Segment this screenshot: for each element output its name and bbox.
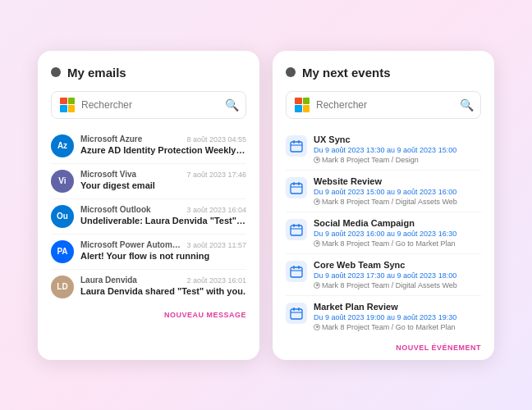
event-content: UX Sync Du 9 août 2023 13:30 au 9 août 2… xyxy=(314,134,481,164)
email-subject: Alert! Your flow is not running xyxy=(80,251,246,261)
email-subject: Azure AD Identity Protection Weekly Dige… xyxy=(80,145,246,155)
email-item[interactable]: Vi Microsoft Viva 7 août 2023 17:46 Your… xyxy=(51,164,246,199)
event-item[interactable]: Core Web Team Sync Du 9 août 2023 17:30 … xyxy=(286,254,481,296)
event-content: Market Plan Review Du 9 août 2023 19:00 … xyxy=(314,302,481,331)
panels-container: My emails 🔍 Az Microsoft Azure 8 août 20… xyxy=(21,34,511,376)
email-date: 8 août 2023 04:55 xyxy=(186,135,246,144)
event-location: Mark 8 Project Team / Digital Assets Web xyxy=(314,198,481,206)
svg-rect-4 xyxy=(291,184,302,194)
event-item[interactable]: Social Media Campaign Du 9 août 2023 16:… xyxy=(286,212,481,254)
event-title: Core Web Team Sync xyxy=(314,260,481,270)
calendar-icon xyxy=(286,177,307,198)
svg-rect-16 xyxy=(291,309,302,319)
email-item[interactable]: LD Laura Denvida 2 août 2023 16:01 Laura… xyxy=(51,270,246,304)
events-panel-dot xyxy=(286,67,296,77)
outlook-icon xyxy=(58,96,76,114)
location-icon xyxy=(314,324,320,330)
email-date: 3 août 2023 11:57 xyxy=(186,241,246,249)
calendar-icon xyxy=(286,261,307,282)
email-sender: Laura Denvida xyxy=(80,276,137,285)
event-time: Du 9 août 2023 19:00 au 9 août 2023 19:3… xyxy=(314,313,481,321)
events-list: UX Sync Du 9 août 2023 13:30 au 9 août 2… xyxy=(286,129,481,337)
emails-search-input[interactable] xyxy=(81,99,220,111)
email-content: Microsoft Outlook 3 août 2023 16:04 Unde… xyxy=(80,205,246,226)
location-icon xyxy=(314,157,320,163)
event-location: Mark 8 Project Team / Go to Market Plan xyxy=(314,323,481,331)
avatar: Vi xyxy=(51,170,74,193)
search-icon: 🔍 xyxy=(460,98,474,112)
email-content: Microsoft Viva 7 août 2023 17:46 Your di… xyxy=(80,170,246,190)
events-search-bar[interactable]: 🔍 xyxy=(286,91,481,119)
svg-rect-12 xyxy=(291,267,302,277)
avatar: LD xyxy=(51,276,74,298)
event-location: Mark 8 Project Team / Design xyxy=(314,156,481,164)
email-item[interactable]: PA Microsoft Power Automate 3 août 2023 … xyxy=(51,235,246,270)
email-content: Laura Denvida 2 août 2023 16:01 Laura De… xyxy=(80,276,246,296)
email-item[interactable]: Ou Microsoft Outlook 3 août 2023 16:04 U… xyxy=(51,199,246,235)
event-item[interactable]: Market Plan Review Du 9 août 2023 19:00 … xyxy=(286,296,481,337)
email-sender: Microsoft Power Automate xyxy=(80,240,183,249)
emails-panel-header: My emails xyxy=(51,66,246,80)
events-search-input[interactable] xyxy=(316,99,455,111)
new-event-button[interactable]: NOUVEL ÉVÉNEMENT xyxy=(286,344,481,352)
event-item[interactable]: UX Sync Du 9 août 2023 13:30 au 9 août 2… xyxy=(286,129,481,171)
avatar: Az xyxy=(51,134,74,157)
outlook-calendar-icon xyxy=(293,96,311,114)
events-panel: My next events 🔍 xyxy=(273,51,494,360)
location-icon xyxy=(314,198,320,205)
email-subject: Laura Denvida shared "Test" with you. xyxy=(80,286,246,296)
emails-search-bar[interactable]: 🔍 xyxy=(51,91,246,119)
event-time: Du 9 août 2023 17:30 au 9 août 2023 18:0… xyxy=(314,271,481,280)
email-sender: Microsoft Outlook xyxy=(80,205,151,214)
new-message-button[interactable]: NOUVEAU MESSAGE xyxy=(51,311,246,319)
svg-rect-8 xyxy=(291,226,302,235)
event-content: Core Web Team Sync Du 9 août 2023 17:30 … xyxy=(314,260,481,289)
event-time: Du 9 août 2023 13:30 au 9 août 2023 15:0… xyxy=(314,146,481,154)
location-icon xyxy=(314,282,320,289)
search-icon: 🔍 xyxy=(225,98,239,112)
avatar: PA xyxy=(51,240,74,263)
events-panel-header: My next events xyxy=(286,66,481,80)
emails-panel-title: My emails xyxy=(67,66,126,80)
calendar-icon xyxy=(286,219,307,240)
calendar-icon xyxy=(286,303,307,324)
event-time: Du 9 août 2023 16:00 au 9 août 2023 16:3… xyxy=(314,230,481,238)
event-location: Mark 8 Project Team / Digital Assets Web xyxy=(314,281,481,289)
event-location: Mark 8 Project Team / Go to Market Plan xyxy=(314,239,481,248)
event-title: Social Media Campaign xyxy=(314,218,481,228)
email-sender: Microsoft Azure xyxy=(80,134,142,144)
emails-list: Az Microsoft Azure 8 août 2023 04:55 Azu… xyxy=(51,129,246,304)
email-date: 2 août 2023 16:01 xyxy=(186,276,246,285)
email-date: 3 août 2023 16:04 xyxy=(186,206,246,214)
location-icon xyxy=(314,240,320,247)
email-sender: Microsoft Viva xyxy=(80,170,136,179)
event-title: Website Review xyxy=(314,176,481,186)
calendar-icon xyxy=(286,135,307,157)
email-subject: Undeliverable: Laura Denvida "Test" w... xyxy=(80,216,246,226)
avatar: Ou xyxy=(51,205,74,228)
emails-panel: My emails 🔍 Az Microsoft Azure 8 août 20… xyxy=(38,51,259,360)
event-title: Market Plan Review xyxy=(314,302,481,312)
event-content: Website Review Du 9 août 2023 15:00 au 9… xyxy=(314,176,481,206)
svg-rect-0 xyxy=(291,142,302,152)
event-time: Du 9 août 2023 15:00 au 9 août 2023 16:0… xyxy=(314,188,481,196)
email-date: 7 août 2023 17:46 xyxy=(186,171,246,179)
email-content: Microsoft Power Automate 3 août 2023 11:… xyxy=(80,240,246,261)
event-content: Social Media Campaign Du 9 août 2023 16:… xyxy=(314,218,481,248)
events-panel-title: My next events xyxy=(302,66,391,80)
event-item[interactable]: Website Review Du 9 août 2023 15:00 au 9… xyxy=(286,171,481,212)
emails-panel-dot xyxy=(51,67,61,77)
email-content: Microsoft Azure 8 août 2023 04:55 Azure … xyxy=(80,134,246,155)
email-subject: Your digest email xyxy=(80,180,246,190)
event-title: UX Sync xyxy=(314,134,481,144)
email-item[interactable]: Az Microsoft Azure 8 août 2023 04:55 Azu… xyxy=(51,129,246,164)
